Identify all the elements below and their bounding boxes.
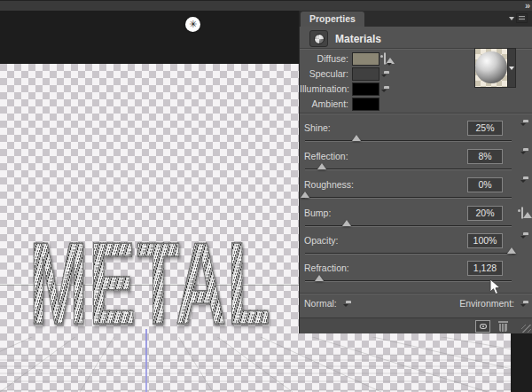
reflection-slider-track[interactable] (305, 169, 512, 170)
chevron-down-icon (387, 63, 392, 66)
panel-tab-bar: Properties (299, 11, 532, 27)
3d-light-widget[interactable]: ✳ (185, 17, 200, 32)
shine-slider-track[interactable] (305, 140, 512, 142)
diffuse-color-swatch[interactable] (352, 52, 379, 66)
panel-menu-button[interactable] (509, 13, 528, 23)
tab-properties[interactable]: Properties (301, 12, 364, 27)
collapse-panels-icon[interactable]: » (525, 0, 528, 11)
sun-icon: ✳ (189, 20, 197, 29)
slider-row-bump: Bump: 20% (300, 206, 532, 232)
slider-row-refraction: Refraction: 1,128 (300, 261, 532, 287)
reflection-slider-thumb[interactable] (317, 163, 326, 169)
divider (300, 293, 532, 294)
chevron-down-icon (509, 67, 514, 70)
reflection-label: Reflection: (304, 151, 348, 161)
texture-icon (384, 52, 386, 65)
render-icon (480, 324, 487, 329)
render-button[interactable] (475, 320, 490, 333)
roughness-value-field[interactable]: 0% (467, 177, 503, 192)
ambient-label: Ambient: (300, 98, 348, 109)
delete-button[interactable] (498, 321, 508, 332)
trash-icon (498, 321, 508, 323)
diffuse-label: Diffuse: (300, 53, 348, 64)
slider-row-roughness: Roughness: 0% (300, 177, 532, 204)
panel-title: Materials (335, 33, 381, 45)
specular-label: Specular: (300, 68, 348, 79)
panel-resize-grip[interactable] (521, 325, 531, 333)
refraction-slider-track[interactable] (305, 280, 512, 282)
bump-slider-thumb[interactable] (342, 220, 351, 226)
reflection-value-field[interactable]: 8% (467, 149, 503, 164)
workspace-top-bar: » (0, 0, 532, 11)
panel-bottom-bar (300, 318, 532, 333)
material-sphere-preview (475, 51, 507, 83)
bump-slider-track[interactable] (305, 225, 512, 227)
opacity-slider-thumb[interactable] (507, 247, 516, 254)
opacity-value-field[interactable]: 100% (467, 233, 503, 248)
opacity-label: Opacity: (304, 235, 339, 246)
roughness-slider-track[interactable] (305, 197, 512, 199)
shine-slider-thumb[interactable] (352, 135, 361, 141)
refraction-slider-thumb[interactable] (315, 275, 324, 281)
opacity-slider-track[interactable] (305, 253, 512, 255)
ambient-color-swatch[interactable] (352, 98, 379, 111)
chevron-down-icon (509, 17, 514, 20)
roughness-label: Roughness: (304, 179, 354, 190)
bump-texture-button[interactable] (521, 208, 523, 218)
environment-label: Environment: (459, 298, 514, 309)
material-sphere-icon (314, 34, 325, 44)
maps-row: Normal: Environment: (300, 298, 532, 312)
menu-lines-icon (516, 13, 528, 23)
material-preview-thumbnail[interactable] (475, 49, 507, 87)
roughness-slider-thumb[interactable] (301, 192, 309, 198)
bump-value-field[interactable]: 20% (467, 206, 503, 221)
materials-panel-body: Materials Diffuse: Specular: Illuminatio… (299, 27, 532, 333)
panel-header: Materials (300, 28, 532, 48)
shine-label: Shine: (304, 122, 331, 133)
refraction-value-field[interactable]: 1,128 (467, 261, 503, 276)
illumination-label: Illumination: (300, 83, 348, 94)
material-preview (474, 48, 516, 88)
slider-row-reflection: Reflection: 8% (300, 149, 532, 176)
refraction-label: Refraction: (304, 263, 349, 273)
specular-color-swatch[interactable] (352, 67, 379, 81)
slider-row-shine: Shine: 25% (300, 121, 532, 147)
3d-text-mesh[interactable]: METAL (29, 225, 271, 342)
bump-label: Bump: (304, 208, 331, 218)
slider-row-opacity: Opacity: 100% (300, 233, 532, 260)
texture-icon (521, 207, 523, 219)
illumination-color-swatch[interactable] (352, 82, 379, 96)
materials-icon-button[interactable] (309, 30, 328, 47)
diffuse-texture-button[interactable] (384, 53, 391, 64)
properties-panel: Properties Materials Diffuse: Specular: … (299, 11, 532, 333)
divider (300, 113, 532, 114)
shine-value-field[interactable]: 25% (467, 121, 503, 136)
normal-label: Normal: (304, 298, 337, 309)
material-picker-dropdown[interactable] (507, 49, 515, 87)
